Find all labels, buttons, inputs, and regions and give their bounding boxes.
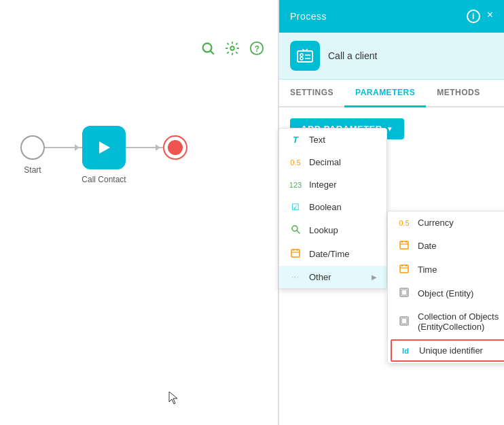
action-node-icon [82, 126, 126, 169]
tab-settings[interactable]: SETTINGS [279, 80, 344, 107]
decimal-type-icon: 0.5 [289, 158, 302, 167]
currency-type-icon: 0.5 [397, 219, 411, 227]
svg-line-14 [298, 231, 300, 234]
submenu-item-time[interactable]: Time [388, 258, 504, 282]
submenu-item-object[interactable]: Object (Entity) [388, 282, 504, 305]
svg-point-7 [300, 54, 303, 56]
svg-rect-30 [401, 318, 407, 324]
tab-parameters[interactable]: PARAMETERS [344, 80, 426, 107]
dropdown-item-integer[interactable]: 123 Integer [279, 173, 386, 196]
collection-type-icon [397, 316, 411, 328]
entity-name: Call a client [328, 50, 377, 61]
svg-marker-5 [99, 141, 110, 154]
svg-text:?: ? [255, 44, 259, 54]
integer-type-icon: 123 [289, 181, 302, 189]
datetime-type-label: Date/Time [309, 249, 349, 259]
svg-point-2 [230, 46, 234, 50]
dropdown-item-lookup[interactable]: Lookup [279, 218, 386, 242]
lookup-type-label: Lookup [309, 225, 338, 235]
canvas-area: ? Start Call Contact [0, 0, 278, 425]
dropdown-item-decimal[interactable]: 0.5 Decimal [279, 151, 386, 173]
end-node [163, 135, 187, 160]
panel-title: Process [290, 11, 327, 22]
svg-rect-28 [401, 290, 407, 295]
time-type-label: Time [418, 265, 437, 275]
start-label: Start [24, 165, 41, 175]
help-icon[interactable]: ? [249, 41, 264, 59]
object-type-icon [397, 288, 411, 299]
integer-type-label: Integer [309, 180, 336, 190]
lookup-type-icon [289, 224, 302, 236]
action-node[interactable]: Call Contact [82, 126, 126, 169]
svg-rect-15 [291, 250, 300, 257]
dropdown-item-datetime[interactable]: Date/Time [279, 242, 386, 266]
submenu-item-currency[interactable]: 0.5 Currency [388, 211, 504, 234]
submenu-other: 0.5 Currency Date Time [387, 211, 504, 364]
decimal-type-label: Decimal [309, 157, 341, 167]
panel-header: Process i × [279, 0, 504, 33]
panel-header-icons: i × [467, 10, 493, 23]
other-type-label: Other [309, 272, 331, 282]
dropdown-item-other[interactable]: ··· Other ▶ [279, 266, 386, 288]
currency-type-label: Currency [418, 218, 454, 228]
svg-point-13 [292, 226, 298, 231]
svg-rect-23 [400, 265, 408, 273]
svg-point-8 [300, 57, 303, 60]
dropdown-arrow-icon: ▼ [386, 125, 393, 133]
settings-icon[interactable] [225, 41, 240, 59]
svg-rect-6 [298, 51, 312, 62]
date-type-label: Date [418, 241, 436, 251]
submenu-item-date[interactable]: Date [388, 234, 504, 258]
entity-card: Call a client [279, 33, 504, 80]
time-type-icon [397, 264, 411, 275]
text-type-label: Text [309, 135, 325, 145]
datetime-type-icon [289, 248, 302, 260]
dropdown-item-text[interactable]: T Text [279, 129, 386, 151]
unique-id-type-label: Unique identifier [419, 345, 483, 356]
close-icon[interactable]: × [487, 10, 493, 23]
date-type-icon [397, 240, 411, 252]
svg-line-1 [211, 51, 213, 54]
dropdown-menu: T Text 0.5 Decimal 123 Integer ☑ Boolean… [278, 128, 387, 289]
tab-methods[interactable]: METHODS [426, 80, 491, 107]
entity-icon [290, 41, 320, 71]
dropdown-item-boolean[interactable]: ☑ Boolean [279, 196, 386, 218]
svg-rect-19 [400, 241, 408, 249]
action-label: Call Contact [82, 175, 126, 184]
collection-type-label: Collection of Objects (EntityCollection) [418, 311, 504, 332]
submenu-item-collection[interactable]: Collection of Objects (EntityCollection) [388, 305, 504, 338]
text-type-icon: T [289, 135, 302, 145]
start-node: Start [20, 135, 45, 160]
toolbar-icons: ? [200, 41, 264, 59]
unique-id-type-icon: Id [399, 347, 412, 355]
info-icon[interactable]: i [467, 10, 480, 23]
other-chevron-icon: ▶ [372, 273, 377, 281]
panel-tabs: SETTINGS PARAMETERS METHODS [279, 80, 504, 107]
other-type-icon: ··· [289, 273, 302, 281]
boolean-type-label: Boolean [309, 202, 342, 212]
submenu-item-unique-id[interactable]: Id Unique identifier [391, 339, 504, 362]
boolean-type-icon: ☑ [289, 202, 302, 212]
search-icon[interactable] [200, 41, 215, 59]
object-type-label: Object (Entity) [418, 288, 473, 299]
